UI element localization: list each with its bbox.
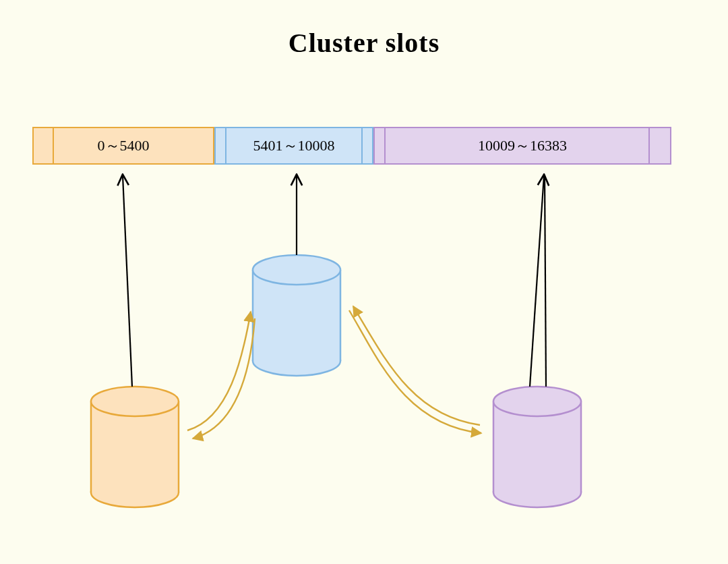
svg-point-14 bbox=[493, 387, 581, 416]
svg-rect-6 bbox=[253, 270, 340, 361]
diagram-svg bbox=[0, 0, 728, 564]
svg-point-0 bbox=[91, 478, 179, 507]
slot-divider bbox=[384, 128, 386, 163]
node-3-cylinder bbox=[493, 387, 581, 507]
svg-point-9 bbox=[253, 255, 340, 285]
slot-divider bbox=[53, 128, 54, 163]
arrow-node3-to-slot3-a bbox=[530, 175, 544, 387]
node-1-cylinder bbox=[91, 387, 179, 507]
slot-divider bbox=[648, 128, 650, 163]
node-1-label: Node 1 bbox=[101, 451, 169, 468]
svg-point-5 bbox=[253, 346, 340, 376]
arrow-node1-node2-b bbox=[193, 318, 255, 439]
svg-point-4 bbox=[91, 387, 179, 416]
slot-range-1-label: 0～5400 bbox=[98, 136, 150, 156]
slot-range-3-label: 10009～16383 bbox=[478, 136, 567, 156]
slot-range-2-label: 5401～10008 bbox=[253, 136, 335, 156]
svg-rect-1 bbox=[91, 401, 179, 492]
slot-range-3: 10009～16383 bbox=[373, 127, 671, 165]
diagram-title: Cluster slots bbox=[0, 27, 728, 59]
arrow-node3-to-slot3-b bbox=[545, 175, 546, 387]
slot-divider bbox=[361, 128, 363, 163]
slot-divider bbox=[225, 128, 226, 163]
node-2-cylinder bbox=[253, 255, 340, 376]
slot-range-1: 0～5400 bbox=[32, 127, 214, 165]
arrow-node2-node3-a bbox=[349, 310, 481, 433]
svg-point-10 bbox=[493, 478, 581, 507]
node-3-label: Node 3 bbox=[504, 451, 571, 468]
node-2-label: Node 2 bbox=[263, 320, 330, 338]
svg-rect-11 bbox=[493, 401, 581, 492]
arrow-node1-to-slot1 bbox=[123, 175, 132, 387]
slot-range-2: 5401～10008 bbox=[214, 127, 373, 165]
arrow-node1-node2-a bbox=[187, 312, 251, 430]
arrow-node2-node3-b bbox=[353, 306, 480, 425]
